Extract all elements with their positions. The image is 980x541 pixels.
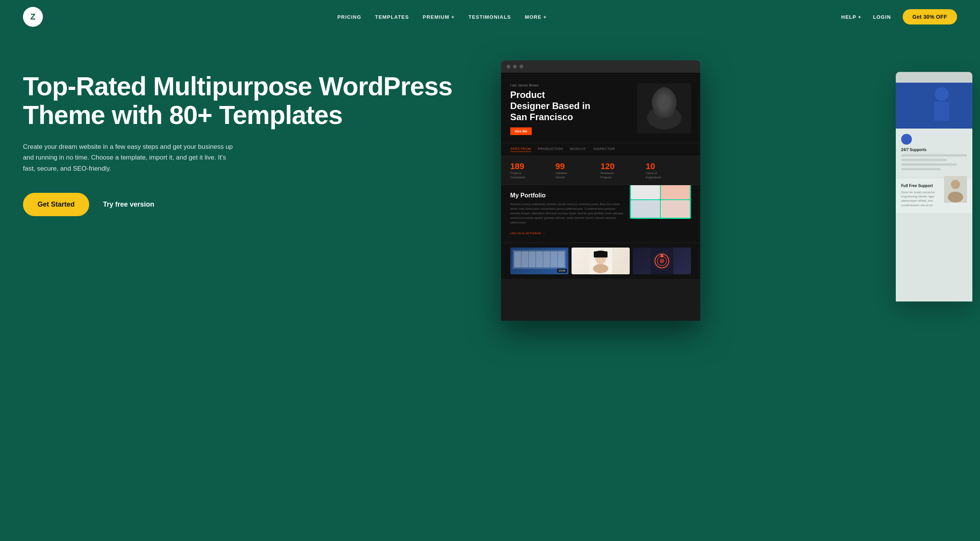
stat-released: 120 ReleasedProjects: [601, 161, 646, 179]
portfolio-heading: Product Designer Based in San Francisco: [510, 90, 630, 122]
get-started-button[interactable]: Get Started: [23, 193, 89, 216]
stat-years-number: 10: [646, 161, 691, 171]
stat-years: 10 Years ofExperience: [646, 161, 691, 179]
portfolio-section: My Portfolio Nostrud cursus sollicitudin…: [501, 185, 700, 243]
nav-more[interactable]: MORE +: [525, 14, 547, 20]
support-text-line-3: [901, 163, 957, 166]
support-text-line-4: [901, 168, 941, 170]
support-text-line-2: [901, 159, 947, 161]
hero-right: I am James Brown Product Designer Based …: [501, 57, 957, 321]
nav-item-moscat[interactable]: MOSCAT.: [570, 147, 586, 152]
support-badge: [901, 134, 912, 145]
browser-bar: [501, 60, 700, 73]
stat-released-number: 120: [601, 161, 646, 171]
thumb-calendar: 03:56: [510, 248, 568, 274]
stat-released-label: ReleasedProjects: [601, 171, 646, 179]
try-free-button[interactable]: Try free version: [103, 200, 154, 209]
svg-point-15: [660, 259, 664, 263]
gallery-cell-3: [631, 200, 660, 218]
stat-projects: 189 ProjectsCompleted: [510, 161, 555, 179]
portfolio-nav: SPECTRUM proDUCTion MOSCAT. Inspector: [501, 143, 700, 156]
navbar: Z PRICING TEMPLATES PREMIUM + TESTIMONIA…: [0, 0, 980, 34]
svg-point-17: [660, 254, 663, 257]
thumb-time: 03:56: [557, 269, 567, 273]
hire-me-button[interactable]: Hire Me: [510, 127, 532, 135]
svg-point-1: [652, 88, 676, 117]
browser-content-secondary: uild 24/7 Supports: [896, 83, 972, 213]
support-title-1: 24/7 Supports: [901, 148, 967, 152]
hero-buttons: Get Started Try free version: [23, 193, 509, 216]
logo[interactable]: Z: [23, 7, 43, 27]
thumb-abstract: [633, 248, 691, 274]
browser-dot-1: [506, 65, 510, 68]
stat-projects-label: ProjectsCompleted: [510, 171, 555, 179]
nav-login[interactable]: LOGIN: [873, 14, 891, 20]
nav-cta-button[interactable]: Get 30% OFF: [903, 9, 957, 24]
browser-mockup-main: I am James Brown Product Designer Based …: [501, 60, 700, 321]
portfolio-gallery: [630, 185, 691, 219]
hero-title: Top-Rated Multipurpose WordPress Theme w…: [23, 72, 509, 129]
svg-rect-20: [934, 102, 949, 121]
portfolio-hero: I am James Brown Product Designer Based …: [501, 73, 700, 143]
portfolio-face-image: [637, 83, 691, 133]
svg-point-9: [593, 264, 608, 273]
nav-templates[interactable]: TEMPLATES: [375, 14, 409, 20]
svg-rect-11: [594, 251, 608, 257]
browser-bar-secondary: [896, 72, 972, 83]
card-blue: uild: [896, 83, 972, 129]
portfolio-thumbs: 03:56: [501, 243, 700, 279]
svg-rect-5: [657, 99, 661, 101]
svg-point-22: [951, 180, 960, 189]
support-person-image: [944, 176, 967, 203]
browser-content: I am James Brown Product Designer Based …: [501, 73, 700, 279]
browser-dot-2: [513, 65, 517, 68]
svg-point-4: [655, 103, 673, 116]
stat-clients-number: 99: [555, 161, 601, 171]
nav-item-inspector[interactable]: Inspector: [593, 147, 615, 152]
stat-projects-number: 189: [510, 161, 555, 171]
face-silhouette: [637, 83, 691, 133]
card-support-2: Full Free Support Done for small connect…: [896, 178, 972, 213]
hero-subtitle: Create your dream website in a few easy …: [23, 142, 237, 175]
gallery-cell-1: [631, 185, 660, 199]
support-text-line-1: [901, 154, 967, 156]
svg-point-3: [653, 88, 675, 113]
browser-dot-3: [519, 65, 523, 68]
svg-point-19: [935, 87, 949, 101]
hero-left: Top-Rated Multipurpose WordPress Theme w…: [23, 57, 509, 216]
portfolio-link[interactable]: Let's Go to All Portfolio →: [510, 231, 545, 235]
nav-item-production[interactable]: proDUCTion: [538, 147, 563, 152]
svg-rect-6: [667, 99, 671, 101]
portfolio-text-block: I am James Brown Product Designer Based …: [510, 83, 630, 135]
portfolio-stats: 189 ProjectsCompleted 99 SatisfiedClient…: [501, 156, 700, 185]
nav-pricing[interactable]: PRICING: [337, 14, 361, 20]
stat-clients: 99 SatisfiedClients: [555, 161, 601, 179]
gallery-cell-4: [661, 200, 690, 218]
nav-right: HELP + LOGIN Get 30% OFF: [841, 9, 957, 24]
nav-help[interactable]: HELP +: [841, 14, 862, 20]
nav-premium[interactable]: PREMIUM +: [423, 14, 454, 20]
nav-links: PRICING TEMPLATES PREMIUM + TESTIMONIALS…: [337, 13, 547, 20]
nav-testimonials[interactable]: TESTIMONIALS: [469, 14, 511, 20]
thumb-portrait: [572, 248, 630, 274]
svg-point-2: [647, 106, 681, 129]
browser-mockup-secondary: uild 24/7 Supports: [896, 72, 972, 301]
hero-section: Top-Rated Multipurpose WordPress Theme w…: [0, 34, 980, 540]
stat-years-label: Years ofExperience: [646, 171, 691, 179]
stat-clients-label: SatisfiedClients: [555, 171, 601, 179]
card-support-1: 24/7 Supports: [896, 129, 972, 178]
portfolio-label: I am James Brown: [510, 83, 630, 87]
svg-point-23: [948, 192, 963, 202]
nav-item-spectrum[interactable]: SPECTRUM: [510, 147, 531, 152]
gallery-cell-2: [661, 185, 690, 199]
